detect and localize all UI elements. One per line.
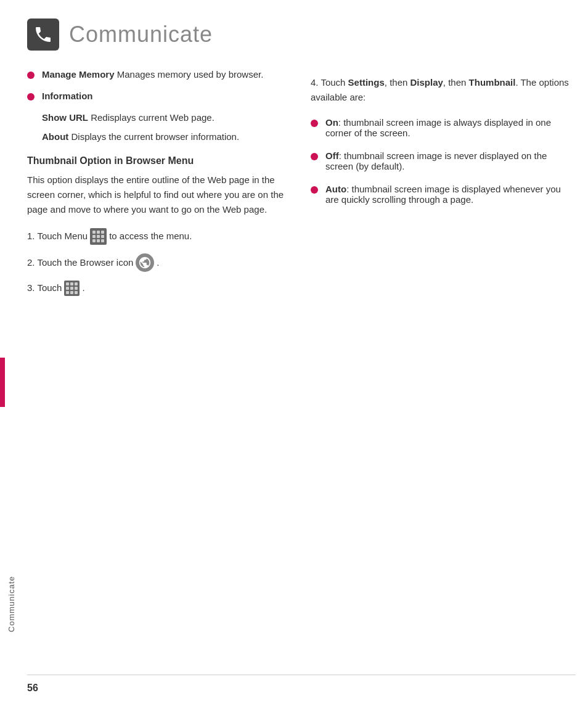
about-text: Displays the current browser information… (68, 131, 239, 142)
auto-term: Auto (325, 184, 346, 194)
page-header: Communicate (27, 18, 576, 51)
browser-icon-svg (138, 256, 152, 269)
step-4-mid2: , then (443, 77, 469, 88)
header-icon (27, 18, 59, 51)
step-1-content: 1. Touch Menu to access the menu. (27, 228, 192, 245)
step-4-thumbnail: Thumbnail (469, 77, 516, 88)
step-1-suffix: to access the menu. (109, 229, 192, 244)
bullet-manage-memory: Manage Memory Manages memory used by bro… (27, 69, 292, 80)
step-3-suffix: . (82, 281, 84, 295)
step-4-mid1: , then (385, 77, 410, 88)
bullet-off-content: Off: thumbnail screen image is never dis… (325, 150, 576, 171)
step-2: 2. Touch the Browser icon . (27, 253, 292, 272)
manage-memory-text: Manages memory used by browser. (115, 69, 264, 80)
off-text: : thumbnail screen image is never displa… (325, 150, 547, 171)
thumbnail-description: This option displays the entire outline … (27, 173, 292, 217)
bullet-dot (27, 72, 35, 79)
show-url-term: Show URL (42, 112, 88, 123)
bullet-on-content: On: thumbnail screen image is always dis… (325, 117, 576, 138)
sidebar-accent-bar (0, 358, 5, 407)
step-1-prefix: 1. Touch Menu (27, 229, 88, 244)
bullet-auto-content: Auto: thumbnail screen image is displaye… (325, 184, 576, 205)
bullet-on: On: thumbnail screen image is always dis… (311, 117, 576, 138)
thumbnail-heading: Thumbnail Option in Browser Menu (27, 155, 292, 166)
bottom-divider (27, 675, 576, 675)
auto-text: : thumbnail screen image is displayed wh… (325, 184, 561, 205)
bullet-dot-on (311, 120, 318, 127)
information-term: Information (42, 91, 93, 101)
step-1: 1. Touch Menu to access the menu. (27, 228, 292, 245)
info-section: Show URL Redisplays current Web page. Ab… (42, 112, 292, 142)
step-4-text: 4. Touch Settings, then Display, then Th… (311, 75, 576, 105)
sidebar: Communicate (0, 0, 22, 706)
show-url-item: Show URL Redisplays current Web page. (42, 112, 292, 123)
bullet-dot-2 (27, 93, 35, 101)
content-columns: Manage Memory Manages memory used by bro… (27, 69, 576, 305)
bullet-info-content: Information (42, 91, 292, 101)
right-column: 4. Touch Settings, then Display, then Th… (311, 69, 576, 305)
bullet-information: Information (27, 91, 292, 101)
step-4-prefix: 4. Touch (311, 77, 348, 88)
bullet-content: Manage Memory Manages memory used by bro… (42, 69, 292, 80)
step-4-display: Display (410, 77, 443, 88)
step-3: 3. Touch . (27, 281, 292, 296)
main-content: Communicate Manage Memory Manages memory… (27, 0, 576, 342)
manage-memory-term: Manage Memory (42, 69, 115, 80)
page-number: 56 (27, 683, 38, 694)
step-3-prefix: 3. Touch (27, 281, 62, 295)
step-2-prefix: 2. Touch the Browser icon (27, 256, 133, 270)
about-item: About Displays the current browser infor… (42, 131, 292, 142)
step-2-content: 2. Touch the Browser icon . (27, 253, 160, 272)
browser-icon (136, 253, 154, 272)
off-term: Off (325, 150, 339, 161)
step-2-suffix: . (157, 256, 159, 270)
sidebar-label: Communicate (7, 576, 16, 632)
about-term: About (42, 131, 68, 142)
step-4-settings: Settings (348, 77, 385, 88)
on-term: On (325, 117, 338, 128)
step-3-content: 3. Touch . (27, 281, 85, 296)
bullet-dot-auto (311, 186, 318, 194)
on-text: : thumbnail screen image is always displ… (325, 117, 551, 138)
page-title: Communicate (69, 22, 213, 47)
phone-icon (33, 25, 53, 44)
bullet-dot-off (311, 153, 318, 160)
menu-icon (90, 228, 107, 245)
bullet-off: Off: thumbnail screen image is never dis… (311, 150, 576, 171)
bullet-auto: Auto: thumbnail screen image is displaye… (311, 184, 576, 205)
left-column: Manage Memory Manages memory used by bro… (27, 69, 292, 305)
show-url-text: Redisplays current Web page. (88, 112, 214, 123)
grid-icon (64, 281, 80, 296)
